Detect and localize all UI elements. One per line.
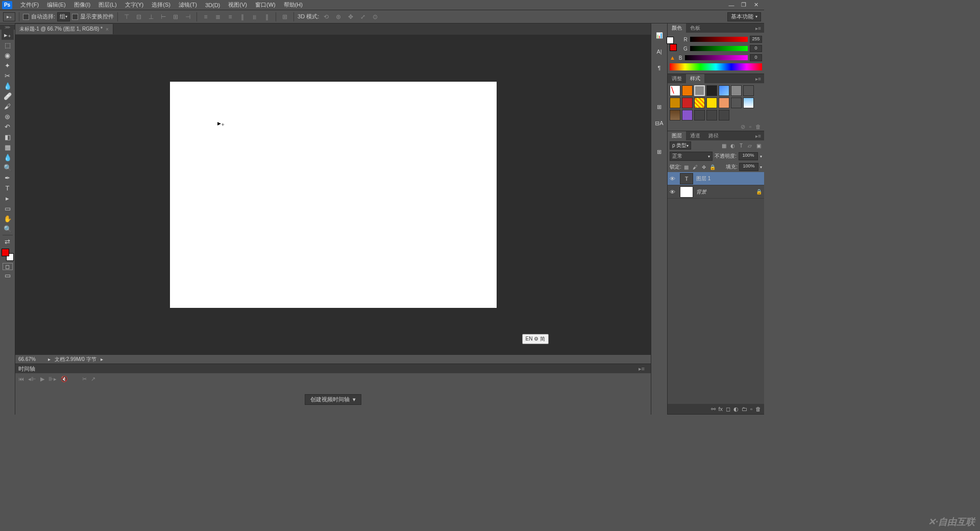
g-value[interactable]: 0	[750, 45, 762, 52]
tab-color[interactable]: 颜色	[668, 23, 686, 33]
layer-group-icon[interactable]: 🗀	[742, 406, 747, 412]
type-tool[interactable]: T	[2, 183, 14, 193]
dist-left-icon[interactable]: ‖	[237, 12, 248, 21]
panel-bg-color[interactable]	[667, 37, 674, 44]
menu-filter[interactable]: 滤镜(T)	[175, 0, 201, 10]
r-slider[interactable]	[690, 37, 748, 42]
healing-brush-tool[interactable]: 🩹	[2, 91, 14, 101]
opacity-input[interactable]: 100%	[739, 152, 758, 160]
menu-view[interactable]: 视图(V)	[224, 0, 251, 10]
dist-top-icon[interactable]: ≡	[201, 12, 211, 21]
filter-adjust-icon[interactable]: ◐	[729, 142, 736, 149]
style-swatch[interactable]	[706, 85, 717, 96]
tab-swatches[interactable]: 色板	[686, 23, 704, 33]
align-top-icon[interactable]: ⊤	[121, 12, 132, 21]
timeline-play-icon[interactable]: ▶	[40, 376, 44, 382]
adjustment-layer-icon[interactable]: ◐	[733, 406, 739, 413]
3d-slide-icon[interactable]: ⤢	[358, 12, 368, 21]
filter-smart-icon[interactable]: ▣	[755, 142, 762, 149]
align-bottom-icon[interactable]: ⊥	[146, 12, 156, 21]
show-transform-checkbox[interactable]	[72, 14, 78, 20]
current-tool-icon[interactable]: ▸₊	[3, 12, 15, 21]
dist-right-icon[interactable]: ‖	[262, 12, 272, 21]
style-swatch[interactable]	[706, 110, 717, 120]
layer-lock-icon[interactable]: 🔒	[756, 189, 762, 195]
timeline-mute-icon[interactable]: 🔇	[61, 376, 68, 382]
styles-panel-menu-icon[interactable]: ▸≡	[752, 76, 764, 82]
tab-paths[interactable]: 路径	[704, 131, 723, 140]
align-left-icon[interactable]: ⊢	[158, 12, 168, 21]
link-layers-icon[interactable]: ⚯	[711, 406, 716, 413]
style-swatch[interactable]	[670, 110, 680, 120]
b-value[interactable]: 0	[750, 54, 762, 61]
layer-visibility-icon[interactable]: 👁	[670, 176, 677, 182]
style-swatch[interactable]	[731, 98, 742, 108]
hand-tool[interactable]: ✋	[2, 213, 14, 224]
layer-filter-kind[interactable]: ρ 类型	[670, 141, 691, 150]
auto-align-icon[interactable]: ⊞	[280, 12, 290, 21]
layer-fx-icon[interactable]: fx	[719, 406, 723, 412]
filter-type-icon[interactable]: T	[738, 142, 745, 149]
timeline-first-frame-icon[interactable]: ⏮	[18, 376, 24, 382]
layer-thumbnail[interactable]: T	[680, 173, 693, 184]
eyedropper-tool[interactable]: 💧	[2, 81, 14, 91]
toolbar-collapse-icon[interactable]: ⋙	[0, 25, 15, 30]
navigator-icon[interactable]: ⊞	[654, 147, 665, 156]
zoom-tool[interactable]: 🔍	[2, 224, 14, 234]
lasso-tool[interactable]: ◉	[2, 50, 14, 60]
timeline-menu-icon[interactable]: ▸≡	[635, 366, 648, 372]
ime-indicator[interactable]: EN ⚙ 简	[522, 334, 549, 344]
layers-panel-menu-icon[interactable]: ▸≡	[752, 133, 764, 139]
layer-thumbnail[interactable]	[680, 186, 693, 198]
style-swatch[interactable]: ⧵	[670, 85, 680, 96]
history-brush-tool[interactable]: ↶	[2, 122, 14, 132]
clone-stamp-tool[interactable]: ⊛	[2, 111, 14, 122]
menu-image[interactable]: 图像(I)	[70, 0, 94, 10]
workspace-selector[interactable]: 基本功能	[727, 12, 761, 21]
tab-channels[interactable]: 通道	[686, 131, 704, 140]
style-swatch[interactable]	[719, 85, 729, 96]
layer-mask-icon[interactable]: ◻	[726, 406, 730, 413]
screen-mode-icon[interactable]: ▭	[2, 270, 14, 280]
style-swatch[interactable]	[682, 85, 693, 96]
marquee-tool[interactable]: ⬚	[2, 40, 14, 50]
timeline-prev-frame-icon[interactable]: ◂⊩	[28, 376, 36, 382]
style-swatch[interactable]	[719, 110, 729, 120]
layer-item[interactable]: 👁 T 图层 1	[668, 172, 764, 185]
lock-image-icon[interactable]: 🖌	[692, 163, 699, 171]
style-swatch[interactable]	[670, 98, 680, 108]
align-vcenter-icon[interactable]: ⊟	[134, 12, 144, 21]
paragraph-styles-icon[interactable]: ⊟A	[654, 118, 665, 128]
dist-hcenter-icon[interactable]: ⫼	[250, 12, 260, 21]
character-styles-icon[interactable]: ⊞	[654, 102, 665, 111]
window-minimize-icon[interactable]: —	[725, 1, 738, 9]
dodge-tool[interactable]: 🔍	[2, 162, 14, 173]
create-video-timeline-button[interactable]: 创建视频时间轴▾	[305, 394, 361, 405]
delete-layer-icon[interactable]: 🗑	[755, 406, 761, 412]
style-swatch[interactable]	[694, 110, 705, 120]
panel-fg-color[interactable]	[670, 44, 677, 51]
dist-vcenter-icon[interactable]: ≣	[213, 12, 223, 21]
g-slider[interactable]	[690, 46, 748, 51]
color-swatch[interactable]	[2, 249, 14, 261]
timeline-next-frame-icon[interactable]: ⊪▸	[48, 376, 57, 382]
filter-pixel-icon[interactable]: ▦	[720, 142, 727, 149]
menu-type[interactable]: 文字(Y)	[121, 0, 148, 10]
color-ramp[interactable]	[670, 63, 762, 70]
path-selection-tool[interactable]: ▸	[2, 193, 14, 203]
new-layer-icon[interactable]: ▫	[750, 406, 752, 412]
auto-select-target[interactable]: 组	[57, 12, 70, 21]
character-panel-icon[interactable]: A|	[654, 47, 665, 56]
canvas[interactable]: ▸₊	[170, 82, 497, 308]
filter-shape-icon[interactable]: ▱	[746, 142, 753, 149]
3d-pan-icon[interactable]: ✥	[346, 12, 356, 21]
crop-tool[interactable]: ✂	[2, 70, 14, 81]
color-panel-menu-icon[interactable]: ▸≡	[752, 26, 764, 31]
swap-colors-icon[interactable]: ⇄	[2, 236, 14, 247]
layer-item[interactable]: 👁 背景 🔒	[668, 185, 764, 199]
menu-edit[interactable]: 编辑(E)	[43, 0, 70, 10]
document-tab[interactable]: 未标题-1 @ 66.7% (图层 1, RGB/8) * ×	[15, 24, 113, 34]
brush-tool[interactable]: 🖌	[2, 101, 14, 111]
style-swatch[interactable]	[682, 98, 693, 108]
blur-tool[interactable]: 💧	[2, 152, 14, 162]
